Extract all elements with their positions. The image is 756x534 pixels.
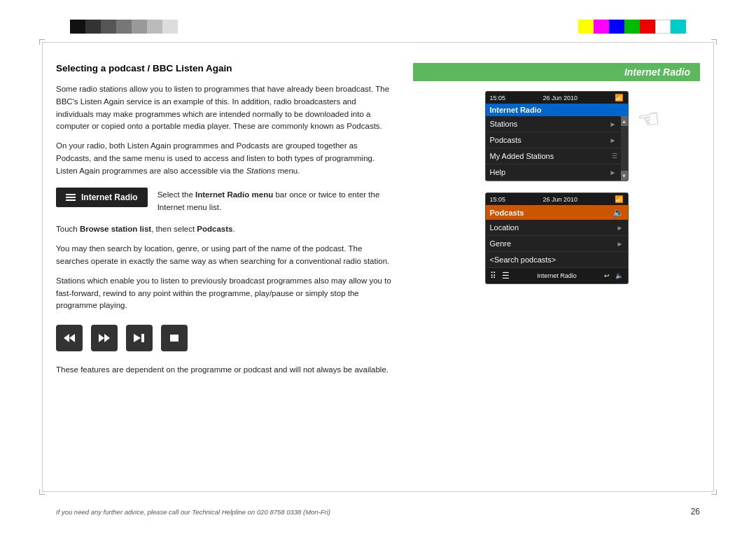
page-border-right [713, 42, 714, 492]
device-status-bar-2: 15:05 26 Jun 2010 📶 [486, 193, 628, 205]
device-header-1: Internet Radio [486, 104, 628, 116]
menu-lines-icon: ☰ [502, 271, 510, 281]
footer-area: If you need any further advice, please c… [56, 507, 700, 517]
svg-rect-6 [170, 335, 178, 342]
screens-container: 15:05 26 Jun 2010 📶 Internet Radio Stati… [485, 91, 629, 291]
helpline-text: If you need any further advice, please c… [56, 508, 330, 516]
device-status-bar-1: 15:05 26 Jun 2010 📶 [486, 92, 628, 104]
color-swatch [594, 20, 609, 34]
color-swatch [70, 20, 85, 34]
menu-item-podcasts[interactable]: Podcasts ► [486, 132, 621, 148]
podcasts-menu-wrapper: Location ► Genre ► <Search podcasts> [486, 220, 628, 268]
color-swatch [578, 20, 594, 34]
arrow-icon: ► [617, 240, 624, 248]
rewind-button[interactable] [56, 325, 83, 351]
ir-button-description: Select the Internet Radio menu bar once … [158, 188, 392, 214]
ir-button-label: Internet Radio [81, 192, 138, 202]
transport-note: These features are dependent on the prog… [56, 364, 392, 377]
content-area: Selecting a podcast / BBC Listen Again S… [56, 56, 700, 482]
ir-button-row: Internet Radio Select the Internet Radio… [56, 188, 392, 214]
transport-controls [56, 325, 392, 351]
scrollbar-1: ▲ ▼ [621, 116, 628, 181]
color-swatch [132, 20, 147, 34]
menu-item-my-added-stations[interactable]: My Added Stations ☰ [486, 148, 621, 164]
speaker-icon: 🔈 [612, 207, 624, 218]
wifi-icon-2: 📶 [615, 195, 623, 203]
menu-item-location[interactable]: Location ► [486, 220, 628, 236]
svg-rect-5 [141, 334, 144, 342]
color-swatch [624, 20, 640, 34]
device-menu-list-1: Stations ► Podcasts ► My Added Stations … [486, 116, 621, 181]
corner-mark-tl [39, 39, 45, 45]
color-swatch [671, 20, 686, 34]
podcasts-header: Podcasts 🔈 [486, 205, 628, 220]
page-number: 26 [691, 507, 700, 517]
section-title: Selecting a podcast / BBC Listen Again [56, 63, 392, 73]
paragraph-1: Some radio stations allow you to listen … [56, 83, 392, 133]
arrow-icon: ► [610, 169, 617, 176]
menu-item-stations[interactable]: Stations ► [486, 116, 621, 132]
device-screen-1: 15:05 26 Jun 2010 📶 Internet Radio Stati… [485, 91, 629, 181]
screen2-wrapper: 15:05 26 Jun 2010 📶 Podcasts 🔈 Location [485, 192, 629, 291]
menu-dots-icon: ⠿ [490, 271, 496, 281]
color-bar-left [70, 20, 178, 34]
arrow-icon: ► [610, 136, 617, 144]
back-icon: ↩ [604, 272, 610, 279]
arrow-icon: ► [610, 120, 617, 128]
svg-marker-4 [134, 334, 141, 342]
corner-mark-bl [39, 489, 45, 495]
svg-marker-0 [64, 334, 69, 342]
paragraph-4: Stations which enable you to listen to p… [56, 275, 392, 312]
device-footer: ⠿ ☰ Internet Radio ↩ 🔈 [486, 268, 628, 283]
scroll-down[interactable]: ▼ [621, 171, 628, 181]
lines-icon: ☰ [612, 153, 617, 160]
page-border-bottom [42, 491, 714, 492]
color-swatch [116, 20, 132, 34]
paragraph-2: On your radio, both Listen Again program… [56, 140, 392, 177]
device-date-1: 26 Jun 2010 [542, 94, 578, 101]
scroll-up[interactable]: ▲ [621, 116, 628, 126]
browse-instruction: Touch Browse station list, then select P… [56, 223, 392, 236]
menu-item-help[interactable]: Help ► [486, 164, 621, 181]
menu-item-genre[interactable]: Genre ► [486, 236, 628, 252]
footer-label: Internet Radio [537, 272, 577, 279]
device-time-2: 15:05 [490, 196, 506, 203]
wifi-icon-1: 📶 [615, 94, 623, 101]
podcasts-menu-list: Location ► Genre ► <Search podcasts> [486, 220, 628, 268]
menu-with-scrollbar: Stations ► Podcasts ► My Added Stations … [486, 116, 628, 181]
volume-icon: 🔈 [615, 272, 623, 279]
color-swatch [609, 20, 624, 34]
device-screen-2: 15:05 26 Jun 2010 📶 Podcasts 🔈 Location [485, 192, 629, 284]
svg-marker-1 [69, 334, 75, 342]
screen1-wrapper: 15:05 26 Jun 2010 📶 Internet Radio Stati… [485, 91, 629, 188]
step-forward-button[interactable] [126, 325, 153, 351]
color-swatch [655, 20, 671, 34]
footer-icons: ⠿ ☰ [490, 271, 510, 281]
page-border-left [42, 42, 43, 492]
color-swatch [162, 20, 178, 34]
page-border-top [42, 42, 714, 43]
svg-marker-3 [104, 334, 110, 342]
fast-forward-button[interactable] [91, 325, 118, 351]
arrow-icon: ► [617, 224, 624, 232]
corner-mark-tr [711, 39, 717, 45]
color-bar-right [578, 20, 686, 34]
color-swatch [101, 20, 116, 34]
menu-icon [66, 194, 76, 201]
internet-radio-button[interactable]: Internet Radio [56, 188, 148, 207]
footer-right-icons: ↩ 🔈 [604, 272, 623, 279]
color-swatch [640, 20, 655, 34]
corner-mark-br [711, 489, 717, 495]
left-column: Selecting a podcast / BBC Listen Again S… [56, 56, 392, 482]
menu-item-search-podcasts[interactable]: <Search podcasts> [486, 252, 628, 268]
stop-button[interactable] [161, 325, 188, 351]
right-column: Internet Radio 15:05 26 Jun 2010 📶 Inter… [413, 56, 700, 482]
hand-pointer-icon: ☞ [635, 104, 662, 136]
internet-radio-header: Internet Radio [413, 63, 700, 81]
paragraph-3: You may then search by location, genre, … [56, 243, 392, 268]
color-swatch [85, 20, 101, 34]
svg-marker-2 [99, 334, 104, 342]
color-swatch [147, 20, 162, 34]
device-time-1: 15:05 [490, 94, 506, 101]
device-date-2: 26 Jun 2010 [542, 196, 578, 203]
